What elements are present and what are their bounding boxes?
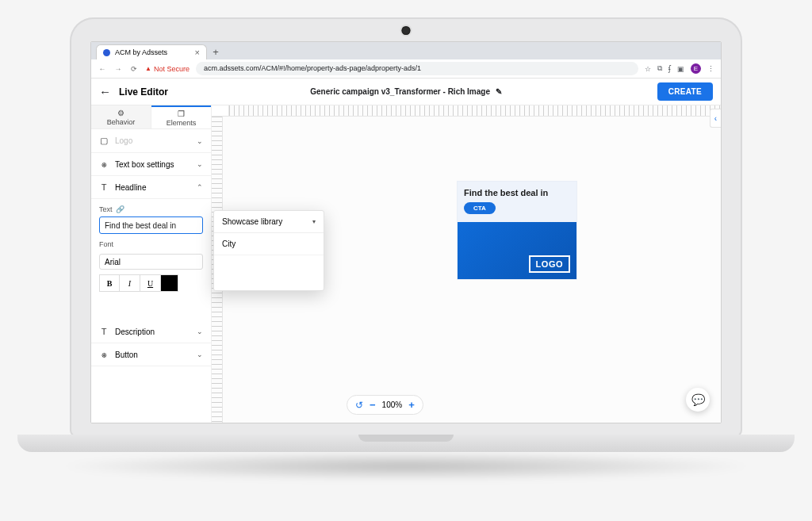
camera-icon xyxy=(402,26,411,35)
address-bar[interactable]: acm.adssets.com/ACM/#!/home/property-ads… xyxy=(196,62,638,75)
create-button[interactable]: CREATE xyxy=(657,82,713,101)
dropdown-showcase-library[interactable]: Showcase library ▾ xyxy=(214,211,324,233)
close-icon[interactable]: × xyxy=(195,48,200,57)
showcase-library-popover: Showcase library ▾ City xyxy=(213,210,324,291)
laptop-base xyxy=(17,435,795,452)
app-bar: ← Live Editor Generic campaign v3_Transf… xyxy=(91,79,721,105)
favicon-icon xyxy=(103,49,110,56)
italic-button[interactable]: I xyxy=(120,274,140,292)
ruler-horizontal xyxy=(229,105,721,117)
profile-avatar[interactable]: E xyxy=(691,63,701,74)
nav-forward-icon[interactable]: → xyxy=(113,65,123,73)
zoom-toolbar: ↺ − 100% + xyxy=(347,395,423,415)
extension-icon[interactable]: ʄ xyxy=(668,65,671,73)
page-title: Live Editor xyxy=(119,86,168,98)
text-color-swatch[interactable] xyxy=(161,274,178,292)
undo-icon[interactable]: ↺ xyxy=(355,400,363,411)
font-field-label: Font xyxy=(99,240,113,248)
nav-back-icon[interactable]: ← xyxy=(98,65,107,73)
popover-item-city[interactable]: City xyxy=(214,233,324,255)
browser-tab[interactable]: ACM by Adssets × xyxy=(96,44,207,59)
cube-icon: ⎈ xyxy=(99,159,109,169)
inspector-sidebar: ⚙ Behavior ❒ Elements ▢ Logo ⌄ xyxy=(91,105,212,423)
new-tab-button[interactable]: + xyxy=(209,46,223,59)
panel-headline[interactable]: T Headline ⌃ xyxy=(91,176,211,199)
chevron-down-icon: ⌄ xyxy=(197,328,203,335)
text-icon: T xyxy=(99,182,109,192)
headline-text-input[interactable] xyxy=(99,216,203,234)
star-icon[interactable]: ☆ xyxy=(645,65,651,73)
font-select[interactable] xyxy=(99,254,203,270)
text-field-label: Text xyxy=(99,205,113,213)
chat-fab[interactable]: 💬 xyxy=(686,388,710,412)
chevron-down-icon: ⌄ xyxy=(197,160,203,168)
ruler-corner xyxy=(212,105,229,117)
browser-toolbar: ← → ⟳ Not Secure acm.adssets.com/ACM/#!/… xyxy=(91,59,721,79)
ad-preview[interactable]: Find the best deal in CTA LOGO xyxy=(458,182,576,279)
tab-title: ACM by Adssets xyxy=(115,48,167,56)
chevron-up-icon: ⌃ xyxy=(197,183,203,191)
edit-icon[interactable]: ✎ xyxy=(496,87,502,96)
panel-textbox-settings[interactable]: ⎈ Text box settings ⌄ xyxy=(91,153,211,176)
extension-icon[interactable]: ▣ xyxy=(677,65,684,73)
chat-icon: 💬 xyxy=(691,393,705,406)
reload-icon[interactable]: ⟳ xyxy=(129,65,139,73)
browser-tabstrip: ACM by Adssets × + xyxy=(91,42,721,59)
tab-elements[interactable]: ❒ Elements xyxy=(151,105,211,128)
extension-icon[interactable]: ⧉ xyxy=(657,64,662,73)
laptop-frame: ACM by Adssets × + ← → ⟳ Not Secure acm.… xyxy=(70,17,742,438)
preview-headline[interactable]: Find the best deal in xyxy=(464,188,570,197)
panel-description[interactable]: T Description ⌄ xyxy=(91,320,211,343)
zoom-level: 100% xyxy=(382,400,403,409)
panel-button[interactable]: ⎈ Button ⌄ xyxy=(91,343,211,366)
cube-icon: ⎈ xyxy=(99,350,109,359)
kebab-icon[interactable]: ⋮ xyxy=(707,65,714,73)
chevron-down-icon: ⌄ xyxy=(197,137,203,145)
caret-down-icon: ▾ xyxy=(312,218,316,225)
collapse-panel-button[interactable]: ‹ xyxy=(710,109,721,128)
panel-logo[interactable]: ▢ Logo ⌄ xyxy=(91,129,211,153)
zoom-in-button[interactable]: + xyxy=(408,399,415,411)
campaign-name[interactable]: Generic campaign v3_Transformer - Rich I… xyxy=(310,87,502,96)
text-icon: T xyxy=(99,327,109,336)
chevron-down-icon: ⌄ xyxy=(197,351,203,358)
headline-editor: Text 🔗 Font B I U xyxy=(91,199,211,298)
elements-icon: ❒ xyxy=(178,109,185,118)
preview-logo[interactable]: LOGO xyxy=(529,255,570,273)
preview-cta[interactable]: CTA xyxy=(464,202,496,214)
bold-button[interactable]: B xyxy=(99,274,120,292)
tab-behavior[interactable]: ⚙ Behavior xyxy=(91,105,151,128)
behavior-icon: ⚙ xyxy=(117,109,124,117)
link-icon[interactable]: 🔗 xyxy=(116,205,124,213)
underline-button[interactable]: U xyxy=(140,274,161,292)
not-secure-badge: Not Secure xyxy=(145,65,190,73)
back-arrow-icon[interactable]: ← xyxy=(99,85,111,98)
image-icon: ▢ xyxy=(99,136,109,146)
zoom-out-button[interactable]: − xyxy=(370,399,376,411)
